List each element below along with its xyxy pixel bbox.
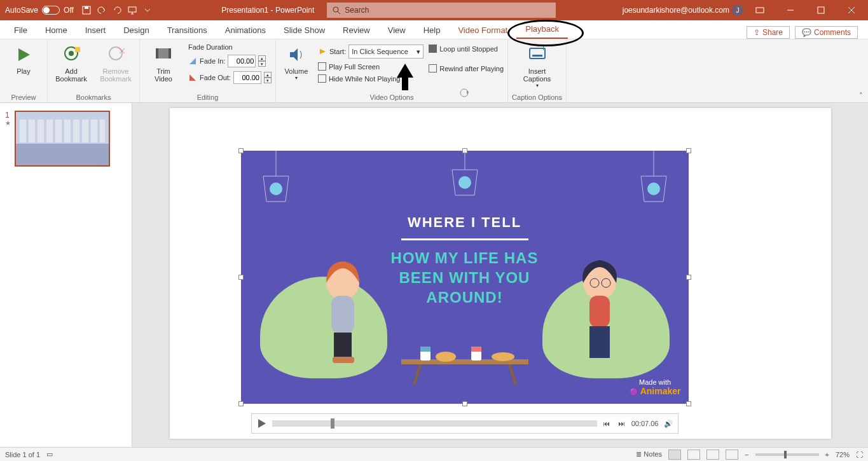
notes-button[interactable]: ≣ Notes: [636, 450, 662, 458]
fit-to-window-button[interactable]: ⛶: [856, 451, 863, 458]
tab-file[interactable]: File: [5, 22, 36, 39]
maximize-button[interactable]: [807, 0, 835, 20]
tab-animations[interactable]: Animations: [216, 22, 275, 39]
accessibility-icon[interactable]: ▭: [46, 450, 53, 458]
thumbnail-slide-1[interactable]: 1 ★: [5, 111, 127, 167]
tab-playback[interactable]: Playback: [516, 20, 568, 39]
play-full-screen-checkbox[interactable]: Play Full Screen: [318, 62, 424, 71]
undo-button[interactable]: [94, 3, 109, 18]
slide-counter[interactable]: Slide 1 of 1: [5, 451, 40, 458]
fade-out-up[interactable]: ▴: [264, 72, 272, 78]
zoom-level[interactable]: 72%: [836, 451, 850, 458]
svg-point-54: [492, 352, 514, 361]
tab-review[interactable]: Review: [334, 22, 379, 39]
redo-button[interactable]: [109, 3, 125, 18]
zoom-thumb[interactable]: [784, 451, 787, 458]
svg-rect-39: [334, 333, 352, 358]
volume-button[interactable]: Volume ▾: [280, 42, 313, 81]
svg-text:+: +: [541, 45, 546, 53]
titlebar-right: joesundarkishore@outlook.com J: [623, 0, 868, 20]
tab-video-format[interactable]: Video Format: [449, 22, 516, 39]
reading-view-button[interactable]: [706, 450, 719, 460]
play-button[interactable]: Play: [4, 42, 43, 75]
svg-rect-40: [333, 357, 354, 363]
svg-rect-17: [157, 48, 170, 58]
fade-in-down[interactable]: ▾: [258, 61, 266, 67]
qat-more-button[interactable]: [140, 3, 155, 18]
add-bookmark-button[interactable]: Add Bookmark: [52, 42, 91, 83]
avatar[interactable]: J: [732, 4, 743, 16]
remove-bookmark-button: Remove Bookmark: [96, 42, 135, 83]
tab-view[interactable]: View: [379, 22, 415, 39]
workarea: 1 ★: [0, 103, 868, 448]
tab-home[interactable]: Home: [36, 22, 76, 39]
svg-point-12: [69, 51, 74, 56]
tab-transitions[interactable]: Transitions: [158, 22, 216, 39]
step-forward-button[interactable]: ⏭: [616, 418, 628, 429]
rewind-after-playing-checkbox[interactable]: Rewind after Playing: [429, 64, 504, 72]
zoom-in-button[interactable]: +: [825, 451, 829, 458]
video-text-line2: HOW MY LIFE HAS BEEN WITH YOU AROUND!: [391, 248, 539, 308]
comment-icon: 💬: [802, 28, 811, 37]
svg-rect-13: [75, 47, 80, 52]
insert-captions-button[interactable]: + Insert Captions ▾: [518, 42, 557, 88]
group-preview: Play Preview: [0, 39, 48, 102]
close-button[interactable]: [837, 0, 865, 20]
step-back-button[interactable]: ⏮: [601, 418, 612, 429]
seek-thumb[interactable]: [331, 418, 334, 429]
svg-rect-2: [128, 7, 136, 12]
autosave-label: AutoSave: [5, 6, 38, 15]
normal-view-button[interactable]: [668, 450, 681, 460]
zoom-out-button[interactable]: −: [745, 451, 748, 458]
svg-point-3: [333, 7, 338, 12]
checkbox-icon: [429, 64, 437, 72]
tab-design[interactable]: Design: [114, 22, 158, 39]
fade-in-up[interactable]: ▴: [258, 55, 266, 61]
video-seek-track[interactable]: [272, 420, 597, 427]
loop-until-stopped-checkbox[interactable]: Loop until Stopped: [429, 45, 504, 53]
video-mute-button[interactable]: 🔊: [663, 418, 674, 429]
slide: WHERE I TELL HOW MY LIFE HAS BEEN WITH Y…: [170, 108, 831, 439]
sorter-view-button[interactable]: [687, 450, 700, 460]
autosave-toggle[interactable]: AutoSave Off: [0, 6, 79, 15]
share-button[interactable]: ⇪Share: [747, 26, 790, 39]
titlebar-center: Presentation1 - PowerPoint Search: [155, 3, 623, 18]
fade-in-input[interactable]: [228, 55, 256, 67]
ribbon-playback: Play Preview Add Bookmark Remove Bookmar…: [0, 39, 868, 103]
tab-insert[interactable]: Insert: [76, 22, 115, 39]
video-play-button[interactable]: [256, 417, 268, 430]
tab-help[interactable]: Help: [415, 22, 450, 39]
svg-rect-18: [156, 48, 158, 58]
checkbox-checked-icon: [429, 45, 437, 53]
trim-video-button[interactable]: Trim Video: [144, 42, 183, 83]
video-object[interactable]: WHERE I TELL HOW MY LIFE HAS BEEN WITH Y…: [241, 151, 689, 404]
animation-star-icon: ★: [5, 120, 11, 127]
bookmark-add-icon: [61, 45, 81, 65]
svg-rect-7: [818, 7, 824, 13]
play-icon: [13, 45, 34, 65]
slide-canvas[interactable]: WHERE I TELL HOW MY LIFE HAS BEEN WITH Y…: [132, 103, 868, 448]
tab-slideshow[interactable]: Slide Show: [275, 22, 334, 39]
save-button[interactable]: [79, 3, 94, 18]
slideshow-view-button[interactable]: [726, 450, 738, 460]
svg-line-4: [338, 11, 340, 14]
collapse-ribbon-button[interactable]: ˄: [859, 92, 863, 100]
start-dropdown[interactable]: In Click Sequence ▾: [348, 45, 424, 58]
document-title: Presentation1 - PowerPoint: [221, 6, 314, 15]
slideshow-from-start-button[interactable]: [125, 3, 140, 18]
user-email[interactable]: joesundarkishore@outlook.com: [623, 6, 729, 15]
comments-button[interactable]: 💬Comments: [795, 26, 858, 39]
start-icon: [318, 47, 327, 56]
group-caption-options: + Insert Captions ▾ Caption Options: [508, 39, 567, 102]
minimize-button[interactable]: [776, 0, 804, 20]
search-input[interactable]: Search: [327, 3, 556, 18]
fade-out-input[interactable]: [233, 71, 261, 84]
svg-point-53: [436, 352, 456, 362]
svg-rect-5: [756, 8, 764, 13]
hide-while-not-playing-checkbox[interactable]: Hide While Not Playing: [318, 74, 424, 83]
zoom-slider[interactable]: [755, 453, 819, 456]
svg-rect-25: [532, 55, 542, 57]
rotate-handle[interactable]: [459, 88, 469, 98]
fade-out-down[interactable]: ▾: [264, 78, 272, 83]
ribbon-display-button[interactable]: [746, 0, 774, 20]
